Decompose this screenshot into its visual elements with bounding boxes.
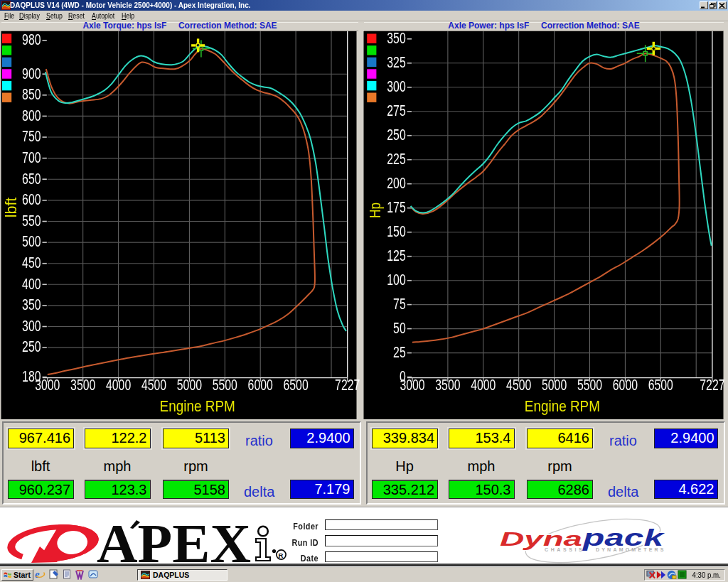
svg-text:e: e (35, 568, 40, 580)
svg-text:850: 850 (22, 86, 41, 103)
svg-text:25: 25 (393, 343, 406, 360)
svg-text:600: 600 (22, 191, 41, 208)
svg-text:275: 275 (387, 102, 405, 119)
svg-text:450: 450 (22, 254, 41, 271)
svg-text:350: 350 (22, 296, 41, 313)
svg-text:250: 250 (22, 338, 41, 355)
svg-text:6500: 6500 (283, 376, 308, 393)
svg-text:300: 300 (22, 317, 41, 334)
svg-text:3500: 3500 (435, 376, 460, 393)
svg-text:4500: 4500 (506, 376, 531, 393)
svg-text:150: 150 (387, 222, 405, 239)
svg-text:6500: 6500 (648, 376, 673, 393)
svg-text:125: 125 (387, 247, 405, 264)
svg-text:3500: 3500 (70, 376, 95, 393)
svg-text:900: 900 (22, 65, 41, 82)
svg-text:DYNAMOMETERS: DYNAMOMETERS (596, 547, 666, 552)
svg-text:750: 750 (22, 128, 41, 145)
svg-text:180: 180 (22, 367, 41, 384)
svg-text:50: 50 (393, 319, 406, 336)
svg-text:175: 175 (387, 198, 405, 215)
svg-text:0: 0 (400, 367, 406, 384)
svg-text:6000: 6000 (613, 376, 638, 393)
svg-text:Engine RPM: Engine RPM (160, 397, 235, 414)
svg-text:225: 225 (387, 150, 405, 167)
svg-text:4500: 4500 (141, 376, 166, 393)
svg-text:5500: 5500 (213, 376, 237, 393)
svg-text:75: 75 (393, 295, 406, 312)
svg-text:400: 400 (22, 275, 41, 292)
svg-text:CHASSIS: CHASSIS (545, 547, 584, 552)
svg-text:325: 325 (387, 54, 405, 71)
svg-text:lbft: lbft (3, 198, 20, 218)
svg-text:5000: 5000 (177, 376, 202, 393)
svg-text:7227: 7227 (700, 376, 724, 393)
svg-text:7227: 7227 (335, 376, 360, 393)
svg-text:200: 200 (387, 174, 405, 191)
svg-text:800: 800 (22, 107, 41, 124)
svg-text:4000: 4000 (106, 376, 131, 393)
svg-text:300: 300 (387, 78, 405, 95)
svg-text:APEX: APEX (97, 512, 251, 564)
svg-text:700: 700 (22, 149, 41, 166)
svg-text:550: 550 (22, 212, 41, 229)
svg-text:100: 100 (387, 271, 405, 288)
svg-text:Engine RPM: Engine RPM (525, 397, 600, 414)
svg-text:250: 250 (387, 126, 405, 143)
svg-text:500: 500 (22, 233, 41, 250)
svg-text:6000: 6000 (248, 376, 273, 393)
svg-text:4000: 4000 (471, 376, 496, 393)
svg-text:5000: 5000 (542, 376, 567, 393)
svg-text:350: 350 (387, 30, 405, 47)
svg-text:5500: 5500 (577, 376, 602, 393)
svg-text:650: 650 (22, 170, 41, 187)
svg-text:Hp: Hp (366, 203, 383, 218)
svg-text:980: 980 (22, 31, 41, 48)
